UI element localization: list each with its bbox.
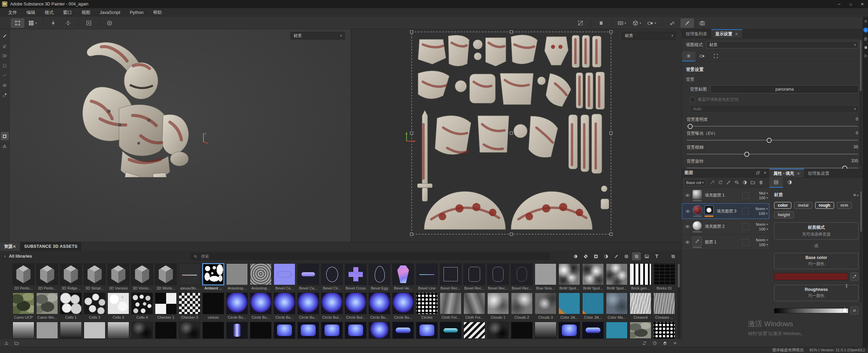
filter-smart-materials-icon[interactable] <box>581 252 590 260</box>
asset-tile[interactable] <box>487 322 509 339</box>
asset-tile[interactable] <box>558 322 580 339</box>
frame-selection-button[interactable] <box>82 18 96 28</box>
asset-tile[interactable]: 3D Voron... <box>131 263 153 290</box>
asset-tile[interactable]: 3D Perlin... <box>36 263 58 290</box>
blend-mode-select[interactable]: Norm▾ <box>756 222 768 226</box>
add-effect-button[interactable] <box>708 179 716 186</box>
filter-alphas-icon[interactable] <box>622 252 631 260</box>
filter-environments-icon[interactable] <box>642 252 651 260</box>
asset-tile[interactable] <box>369 322 390 339</box>
asset-tile[interactable] <box>653 322 675 339</box>
asset-tile[interactable]: Circle Bu... <box>250 293 272 319</box>
import-resources-button[interactable] <box>3 340 9 346</box>
layer-effect-slot[interactable] <box>742 192 749 199</box>
layer-effect-slot[interactable] <box>742 239 749 246</box>
layer-visibility-icon[interactable] <box>683 240 691 245</box>
asset-tile[interactable]: Bevel Egg <box>369 263 390 290</box>
material-mode-box[interactable]: 材质模式 无可供选择资源 <box>774 222 859 240</box>
asset-tile[interactable] <box>250 322 272 339</box>
channel-height[interactable]: height <box>774 211 794 218</box>
dock-handle-icon[interactable]: ≣ <box>864 19 868 23</box>
viewport-2d[interactable]: 材质 ▾ <box>352 29 682 242</box>
symmetry-y-button[interactable] <box>61 18 75 28</box>
close-tab-icon[interactable]: ✕ <box>735 32 738 36</box>
close-tab-icon[interactable]: ✕ <box>13 244 16 249</box>
layer-row-3[interactable]: 填充图层 2Norm▾100▾ <box>682 219 769 235</box>
asset-tile[interactable]: Checker 3 <box>179 293 200 319</box>
layer-visibility-icon[interactable] <box>684 209 692 214</box>
layer-effect-slot[interactable] <box>742 208 749 215</box>
asset-tile[interactable] <box>582 322 604 339</box>
viewport-settings-tab[interactable] <box>709 51 723 61</box>
asset-tile[interactable]: Camo UCP <box>13 293 34 319</box>
opacity-select[interactable]: 100▾ <box>759 243 768 247</box>
asset-tile[interactable]: Ambient ... <box>202 263 224 290</box>
maximize-button[interactable]: □ <box>845 0 856 8</box>
layer-row-2[interactable]: 填充图层 3Norm▾100▾ <box>682 203 769 219</box>
asset-tile[interactable] <box>297 322 319 339</box>
asset-tile[interactable]: cineon <box>202 293 224 319</box>
opacity-select[interactable]: 100▾ <box>759 196 768 200</box>
material-preview-tab[interactable] <box>783 178 796 188</box>
channel-metal[interactable]: metal <box>794 202 812 209</box>
menu-item-1[interactable]: 编辑 <box>22 8 40 17</box>
asset-tile[interactable]: Color Jitt... <box>558 293 580 319</box>
eraser-tool[interactable] <box>1 42 9 50</box>
asset-tile[interactable]: Anisotrop... <box>226 263 248 290</box>
blend-mode-select[interactable]: Norm▾ <box>756 238 768 242</box>
particles-button[interactable] <box>666 18 679 28</box>
camera-view-button[interactable]: ▾ <box>645 18 658 28</box>
channel-nrm[interactable]: nrm <box>837 202 852 209</box>
asset-tile[interactable] <box>131 322 153 339</box>
background-map-field[interactable]: panorama <box>710 85 859 93</box>
minimize-button[interactable]: ─ <box>833 0 845 8</box>
asset-history-button[interactable] <box>652 340 658 346</box>
slider-thumb[interactable] <box>688 124 693 129</box>
layer-thumbnail[interactable] <box>691 237 703 248</box>
asset-tile[interactable]: Bevel Rec... <box>440 263 461 290</box>
menu-item-3[interactable]: 窗口 <box>58 8 77 17</box>
share-export-button[interactable] <box>863 27 868 33</box>
log-panel-button[interactable] <box>864 37 868 41</box>
asset-tile[interactable] <box>392 322 414 339</box>
asset-tile[interactable]: Color Ma... <box>606 293 628 319</box>
asset-tile[interactable]: Bevel Ca... <box>297 263 319 290</box>
add-smart-mask-button[interactable] <box>741 179 749 186</box>
menu-item-2[interactable]: 模式 <box>40 8 58 17</box>
channel-filter-select[interactable]: Base col ▾ <box>684 179 706 186</box>
camera-settings-tab[interactable] <box>695 51 709 61</box>
asset-tile[interactable]: Bevel Line <box>416 263 438 290</box>
menu-item-0[interactable]: 文件 <box>3 8 22 17</box>
layer-thumbnail[interactable] <box>691 221 703 233</box>
asset-tile[interactable]: Cells 1 <box>60 293 82 319</box>
tab-properties-fill[interactable]: 属性 - 填充✕ <box>769 169 804 178</box>
asset-tile[interactable] <box>321 322 343 339</box>
asset-tile[interactable]: Circle Bu... <box>297 293 319 319</box>
asset-tile[interactable]: Bricks 01 <box>653 263 675 290</box>
slider-track[interactable] <box>687 126 858 127</box>
layer-visibility-icon[interactable] <box>683 224 691 229</box>
roughness-slider[interactable] <box>774 308 848 313</box>
asset-tile[interactable]: Circle Bu... <box>274 293 295 319</box>
slider-thumb[interactable] <box>744 152 749 157</box>
tab-display-settings[interactable]: 显示设置✕ <box>711 29 742 38</box>
refresh-assets-button[interactable] <box>642 340 648 346</box>
asset-tile[interactable]: Cells 4 <box>131 293 153 319</box>
override-colorspace-checkbox[interactable] <box>690 97 695 102</box>
viewport3d-view-mode-select[interactable]: 材质 ▾ <box>291 32 345 39</box>
layer-effect-slot[interactable] <box>742 223 749 230</box>
asset-tile[interactable]: Anisotrop... <box>250 263 272 290</box>
slider-track[interactable] <box>687 154 858 154</box>
filter-smart-masks-icon[interactable] <box>591 252 600 260</box>
asset-tile[interactable] <box>226 322 248 339</box>
reset-transform-button[interactable] <box>103 18 116 28</box>
slider-thumb[interactable] <box>767 138 772 143</box>
projection-tool[interactable] <box>1 52 9 60</box>
close-panel-icon[interactable]: ✕ <box>764 171 767 175</box>
asset-tile[interactable]: 3D Worle... <box>155 263 177 290</box>
slider-track[interactable] <box>687 140 858 141</box>
history-panel-button[interactable] <box>864 54 868 58</box>
asset-tile[interactable]: BnW Spot... <box>558 263 580 290</box>
asset-tile[interactable]: Bevel Rec... <box>463 263 485 290</box>
asset-stack-button[interactable] <box>662 340 668 346</box>
